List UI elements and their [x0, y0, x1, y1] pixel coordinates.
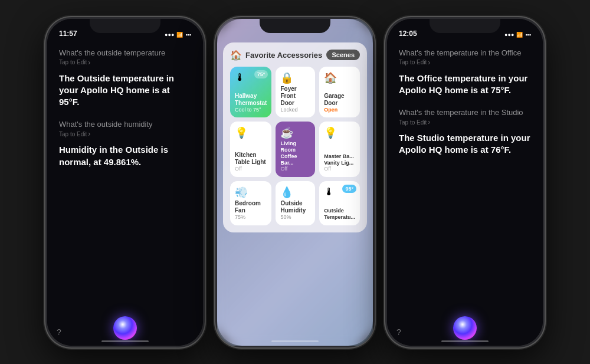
- response-3b: The Studio temperature in your Apollo HQ…: [399, 132, 531, 156]
- tile-outside-temp[interactable]: 🌡 Outside Temperatu... 95°: [319, 181, 360, 225]
- tile-name-kitchen: Kitchen Table Light: [235, 152, 267, 166]
- thermostat-badge: 75°: [254, 70, 268, 78]
- notch-1: [90, 19, 160, 33]
- tile-coffee-bar[interactable]: ☕ Living Room Coffee Bar... Off: [276, 122, 315, 177]
- accessories-header: 🏠 Favorite Accessories Scenes: [230, 50, 360, 61]
- siri-bottom-3: [387, 316, 543, 340]
- tile-sub-humidity: 50%: [280, 214, 310, 221]
- status-icons-3: ●●● 📶 ▪▪▪: [504, 32, 531, 38]
- tile-sub-garage: Open: [324, 107, 355, 113]
- wifi-icon-3: 📶: [516, 32, 523, 38]
- battery-icon: ▪▪▪: [185, 32, 191, 38]
- accessories-grid: 🌡 Hallway Thermostat Cool to 75° 75° 🔒 F…: [230, 67, 360, 226]
- scenes-tab[interactable]: Scenes: [326, 50, 360, 60]
- tile-hallway-thermostat[interactable]: 🌡 Hallway Thermostat Cool to 75° 75°: [230, 67, 271, 118]
- humidity-icon: 💧: [280, 186, 310, 199]
- tile-sub-thermostat: Cool to 75°: [235, 107, 267, 113]
- tile-foyer-door[interactable]: 🔒 Foyer Front Door Locked: [276, 67, 315, 118]
- tile-name-coffee: Living Room Coffee Bar...: [280, 140, 310, 166]
- accessories-title: Favorite Accessories: [245, 51, 322, 60]
- tile-sub-coffee: Off: [280, 166, 310, 172]
- siri-content-3: What's the temperature in the Office Tap…: [387, 42, 543, 310]
- lock-icon: 🔒: [280, 71, 310, 84]
- phone-2: 🏠 Favorite Accessories Scenes 🌡 Hallway …: [215, 17, 375, 347]
- signal-icon: ●●●: [165, 32, 174, 38]
- tile-name-fan: Bedroom Fan: [235, 200, 267, 214]
- tile-sub-fan: 75%: [235, 214, 267, 221]
- phone-1: 11:57 ●●● 📶 ▪▪▪ What's the outside tempe…: [45, 17, 205, 347]
- battery-icon-3: ▪▪▪: [525, 32, 531, 38]
- siri-bottom-1: [47, 316, 203, 340]
- fan-icon: 💨: [235, 186, 267, 199]
- tile-name-thermostat: Hallway Thermostat: [235, 93, 267, 107]
- notch-2: [260, 19, 330, 33]
- tap-to-edit-1b[interactable]: Tap to Edit: [59, 130, 191, 138]
- coffee-icon: ☕: [280, 126, 310, 139]
- tile-bedroom-fan[interactable]: 💨 Bedroom Fan 75%: [230, 181, 271, 225]
- siri-content-1: What's the outside temperature Tap to Ed…: [47, 42, 203, 310]
- home-indicator-3[interactable]: [441, 340, 489, 342]
- tile-sub-foyer: Locked: [280, 107, 310, 113]
- query-3a: What's the temperature in the Office: [399, 48, 531, 57]
- outside-temp-badge: 95°: [342, 185, 356, 193]
- tap-to-edit-3b[interactable]: Tap to Edit: [399, 118, 531, 126]
- tile-name-vanity: Master Ba... Vanity Lig...: [324, 153, 355, 166]
- help-icon-3[interactable]: ?: [396, 327, 401, 337]
- siri-ball-1[interactable]: [113, 316, 137, 340]
- tile-sub-vanity: Off: [324, 166, 355, 172]
- tile-vanity-light[interactable]: 💡 Master Ba... Vanity Lig... Off: [319, 122, 360, 177]
- kitchen-light-icon: 💡: [235, 126, 267, 139]
- tile-outside-humidity[interactable]: 💧 Outside Humidity 50%: [276, 181, 315, 225]
- signal-icon-3: ●●●: [504, 32, 514, 38]
- notch-3: [430, 19, 500, 33]
- accessories-card: 🏠 Favorite Accessories Scenes 🌡 Hallway …: [223, 42, 367, 233]
- accessories-title-row: 🏠 Favorite Accessories: [230, 50, 322, 61]
- tap-to-edit-3a[interactable]: Tap to Edit: [399, 58, 531, 67]
- help-icon-1[interactable]: ?: [57, 327, 61, 337]
- home-icon: 🏠: [230, 50, 242, 61]
- response-3a: The Office temperature in your Apollo HQ…: [399, 73, 531, 97]
- siri-ball-3[interactable]: [453, 316, 477, 340]
- tile-name-garage: Garage Door: [324, 93, 355, 107]
- response-1a: The Outside temperature in your Apollo H…: [59, 73, 191, 109]
- tap-to-edit-1a[interactable]: Tap to Edit: [59, 58, 191, 67]
- tile-garage-door[interactable]: 🏠 Garage Door Open: [319, 67, 360, 118]
- status-icons-1: ●●● 📶 ▪▪▪: [165, 32, 191, 38]
- time-3: 12:05: [399, 29, 417, 38]
- tile-sub-kitchen: Off: [235, 166, 267, 172]
- vanity-icon: 💡: [324, 126, 355, 139]
- tile-name-foyer: Foyer Front Door: [280, 86, 310, 107]
- query-3b: What's the temperature in the Studio: [399, 108, 531, 117]
- home-indicator-1[interactable]: [101, 340, 149, 342]
- tile-name-humidity: Outside Humidity: [280, 200, 310, 214]
- tile-name-outside-temp: Outside Temperatu...: [324, 208, 355, 221]
- phone-3: 12:05 ●●● 📶 ▪▪▪ What's the temperature i…: [385, 17, 545, 347]
- wifi-icon: 📶: [176, 32, 183, 38]
- query-1b: What's the outside humidity: [59, 120, 191, 129]
- tile-kitchen-light[interactable]: 💡 Kitchen Table Light Off: [230, 122, 271, 177]
- home-content: 🏠 Favorite Accessories Scenes 🌡 Hallway …: [223, 42, 367, 334]
- response-1b: Humidity in the Outside is normal, at 49…: [59, 144, 191, 168]
- garage-icon: 🏠: [324, 71, 355, 84]
- time-1: 11:57: [59, 29, 77, 38]
- home-indicator-2[interactable]: [271, 340, 319, 342]
- query-1a: What's the outside temperature: [59, 48, 191, 57]
